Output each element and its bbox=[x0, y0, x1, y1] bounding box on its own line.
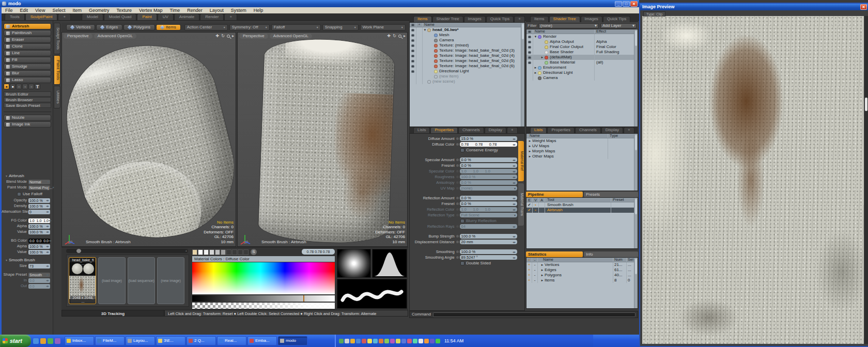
brush-tip-button[interactable]: ● bbox=[4, 84, 9, 89]
rgb-value-field[interactable]: 0.78 0.78 0.78 bbox=[302, 249, 335, 255]
menu-item[interactable]: Help bbox=[250, 8, 267, 13]
panel-tab[interactable]: Lists bbox=[413, 127, 430, 133]
tree-twirl-icon[interactable]: ► bbox=[540, 279, 545, 282]
color-swatch[interactable] bbox=[221, 249, 226, 255]
collapse-minus-icon[interactable]: - bbox=[532, 262, 538, 267]
property-field[interactable]: 100.0 % ◂▸ ▾ bbox=[460, 175, 517, 179]
viewport-right[interactable]: Perspective Advanced OpenGL ✚ ↻ ▸ Smooth… bbox=[237, 32, 408, 247]
toolbar-dropdown[interactable]: Work Plane▾ bbox=[360, 24, 406, 30]
selection-mode-button[interactable]: Items bbox=[156, 24, 181, 30]
panel-tab[interactable]: Shader Tree bbox=[549, 16, 580, 22]
property-field[interactable]: 0.78 0.78 0.78 ◂▸ ▾ bbox=[460, 142, 517, 147]
selection-mode-button[interactable]: Vertices bbox=[66, 24, 95, 30]
image-slot[interactable]: head_bake_fi ... 2048 x 2048, ... bbox=[69, 257, 96, 304]
panel-tab[interactable]: Images bbox=[581, 16, 602, 22]
menu-item[interactable]: Geometry bbox=[85, 8, 113, 13]
value-field[interactable]: 100.0 %◂▸ bbox=[28, 244, 50, 249]
pipeline-tab[interactable]: Pipeline bbox=[526, 192, 583, 197]
value-field[interactable]: 100.0 %◂▸ bbox=[28, 204, 50, 209]
tool-category-tab[interactable]: Paint Tools bbox=[54, 55, 60, 85]
minimize-button[interactable]: _ bbox=[615, 1, 622, 7]
brush-tip-button[interactable]: ● bbox=[16, 84, 22, 89]
scrollbar[interactable] bbox=[864, 16, 868, 344]
statistics-row[interactable]: + - ► Edges 61... ... bbox=[526, 267, 638, 273]
color-swatch[interactable] bbox=[215, 249, 220, 255]
value-field[interactable]: 1.0 1.0 1.0◂▸ bbox=[28, 218, 50, 223]
panel-tab[interactable]: Quick Tips bbox=[486, 16, 514, 22]
brush-tip-button[interactable]: ● bbox=[28, 84, 34, 89]
property-field[interactable]: 1.0 1.0 1.0 ◂▸ ▾ bbox=[460, 207, 517, 212]
tray-icon[interactable] bbox=[350, 339, 355, 343]
layout-tab[interactable]: Tools bbox=[5, 13, 25, 20]
scrollbar[interactable] bbox=[634, 258, 638, 308]
pipeline-row[interactable]: ✔ • Airbrush bbox=[526, 208, 638, 213]
expand-plus-icon[interactable]: + bbox=[526, 273, 532, 278]
tray-icon[interactable] bbox=[436, 339, 440, 343]
shader-row[interactable]: ► (defaultMat) bbox=[526, 55, 638, 60]
swatch-save-button[interactable]: S bbox=[251, 249, 257, 255]
tray-icon[interactable] bbox=[396, 339, 400, 343]
channel-dot[interactable] bbox=[456, 235, 459, 238]
zoom-icon[interactable] bbox=[227, 35, 230, 38]
value-field[interactable]: 100.0 %◂▸ bbox=[28, 250, 50, 255]
item-row[interactable]: Directional Light bbox=[410, 69, 524, 74]
viewport-type-button[interactable]: Perspective bbox=[64, 34, 92, 39]
item-row[interactable]: (new item) bbox=[410, 74, 524, 79]
menu-item[interactable]: View bbox=[32, 8, 49, 13]
paint-tool-button[interactable]: Paintbrush bbox=[4, 30, 51, 36]
paint-tool-button[interactable]: Fill bbox=[4, 57, 51, 63]
taskbar-window-button[interactable]: FileM... bbox=[95, 336, 125, 345]
channel-dot[interactable] bbox=[456, 197, 459, 199]
mode-dropdown[interactable]: Normal▾ bbox=[28, 180, 50, 184]
menu-item[interactable]: Edit bbox=[17, 8, 32, 13]
use-falloff-checkbox[interactable] bbox=[17, 192, 21, 196]
toolbar-dropdown[interactable]: Falloff▾ bbox=[271, 24, 321, 30]
quick-launch-icon[interactable] bbox=[55, 338, 60, 344]
item-row[interactable]: Texture: Image: head_bake_final_02d (3) bbox=[410, 48, 524, 53]
menu-item[interactable]: File bbox=[2, 8, 17, 13]
value-field[interactable]: 100.0 %◂▸ bbox=[28, 224, 50, 229]
tree-twirl-icon[interactable]: ► bbox=[533, 66, 538, 69]
image-slot[interactable]: (load sequence) bbox=[128, 257, 155, 304]
tray-icon[interactable] bbox=[407, 339, 412, 343]
quick-launch-icon[interactable] bbox=[48, 338, 53, 344]
statistics-tab[interactable]: Statistics bbox=[526, 251, 583, 257]
maximize-button[interactable]: □ bbox=[623, 1, 630, 7]
color-spectrum[interactable] bbox=[192, 262, 335, 294]
tray-icon[interactable] bbox=[379, 339, 383, 343]
brush-tip-button[interactable]: ● bbox=[22, 84, 28, 89]
property-field[interactable]: Full Scene ◂▸ ▾ bbox=[460, 213, 517, 217]
tray-icon[interactable] bbox=[424, 339, 429, 343]
shader-row[interactable]: Final Color Output Final Color bbox=[526, 44, 638, 50]
color-swatch[interactable] bbox=[232, 249, 237, 255]
channel-dot[interactable] bbox=[456, 250, 459, 253]
value-field[interactable]: 100.0 %◂▸ bbox=[28, 230, 50, 234]
taskbar-window-button[interactable]: 2 Q... bbox=[187, 336, 216, 345]
scrollbar[interactable] bbox=[634, 29, 638, 127]
tree-twirl-icon[interactable]: ► bbox=[528, 155, 532, 158]
value-field[interactable]: 100.0 %◂▸ bbox=[28, 198, 50, 203]
tree-twirl-icon[interactable]: ► bbox=[533, 71, 538, 74]
close-button[interactable]: ✕ bbox=[630, 1, 638, 7]
property-field[interactable]: 0.0 % ◂▸ ▾ bbox=[460, 163, 517, 168]
panel-tab[interactable]: Properties bbox=[430, 127, 457, 133]
layout-tab[interactable]: Sculpt/Paint bbox=[25, 13, 58, 20]
collapse-icon[interactable]: ▾ bbox=[6, 259, 7, 262]
layout-tab[interactable]: Render bbox=[200, 13, 224, 20]
collapse-minus-icon[interactable]: - bbox=[532, 267, 538, 273]
tracking-label[interactable]: 3D Tracking bbox=[61, 310, 164, 317]
expand-icon[interactable]: ▸ bbox=[232, 34, 234, 38]
shader-row[interactable]: Base Material (all) bbox=[526, 60, 638, 65]
tray-icon[interactable] bbox=[401, 339, 406, 343]
brush-link[interactable]: Save Brush Preset bbox=[4, 103, 51, 108]
enable-check-icon[interactable]: ✔ bbox=[526, 208, 533, 213]
property-field[interactable]: 0.0 % ◂▸ ▾ bbox=[460, 201, 517, 206]
menu-item[interactable]: Item bbox=[69, 8, 85, 13]
tray-icon[interactable] bbox=[413, 339, 417, 343]
menu-item[interactable]: Layout bbox=[206, 8, 227, 13]
property-field[interactable]: 64 ◂▸ ▾ bbox=[460, 224, 517, 229]
shader-row[interactable]: Base Shader Full Shading bbox=[526, 50, 638, 55]
quick-launch-icon[interactable] bbox=[40, 338, 46, 344]
value-field[interactable]: 0.0◂▸ bbox=[28, 284, 50, 289]
tree-twirl-icon[interactable]: ► bbox=[528, 139, 532, 143]
